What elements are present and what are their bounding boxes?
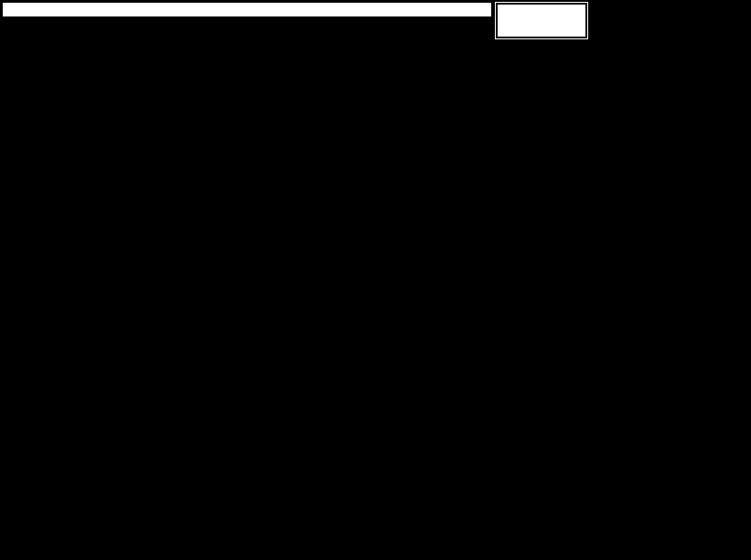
legend-frame [496,3,587,38]
title-bar [2,2,492,17]
spectrogram-viewer [0,0,751,560]
legend-labels [499,25,584,36]
color-scale-legend [495,2,588,39]
color-gradient-bar [499,6,584,18]
